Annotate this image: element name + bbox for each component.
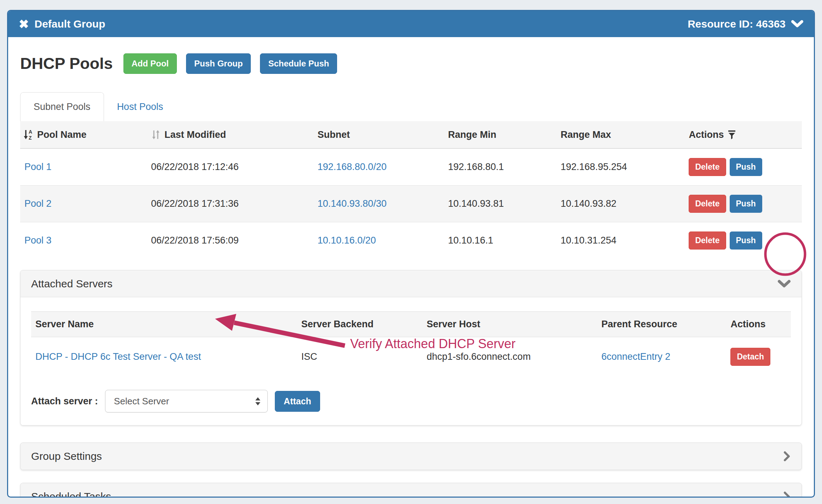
server-table-header-row: Server Name Server Backend Server Host P… xyxy=(31,312,791,337)
group-settings-header[interactable]: Group Settings xyxy=(21,443,801,470)
column-header-range-max: Range Max xyxy=(556,121,684,148)
scheduled-tasks-panel: Scheduled Tasks xyxy=(20,483,802,498)
tab-subnet-pools[interactable]: Subnet Pools xyxy=(20,92,104,121)
pool-modified: 06/22/2018 17:56:09 xyxy=(147,222,313,259)
delete-button[interactable]: Delete xyxy=(689,232,726,250)
close-icon[interactable]: ✖ xyxy=(19,18,29,30)
column-header-server-actions: Actions xyxy=(726,312,791,337)
range-max: 10.10.31.254 xyxy=(556,222,684,259)
attach-server-select[interactable]: Select Server xyxy=(105,390,268,412)
title-row: DHCP Pools Add Pool Push Group Schedule … xyxy=(20,53,802,74)
group-header-bar: ✖ Default Group Resource ID: 46363 xyxy=(8,11,814,37)
column-header-subnet: Subnet xyxy=(313,121,444,148)
page: ✖ Default Group Resource ID: 46363 DHCP … xyxy=(0,0,822,504)
chevron-down-icon[interactable] xyxy=(791,20,803,28)
range-min: 10.140.93.81 xyxy=(444,186,556,222)
pool-name-header-label: Pool Name xyxy=(37,129,87,140)
push-button[interactable]: Push xyxy=(730,158,762,176)
subnet-link[interactable]: 192.168.80.0/20 xyxy=(318,162,387,172)
column-header-server-backend: Server Backend xyxy=(297,312,422,337)
push-button[interactable]: Push xyxy=(730,232,762,250)
tab-host-pools[interactable]: Host Pools xyxy=(104,93,176,121)
pool-name-link[interactable]: Pool 3 xyxy=(24,235,52,246)
card-content: DHCP Pools Add Pool Push Group Schedule … xyxy=(8,37,814,498)
server-table: Server Name Server Backend Server Host P… xyxy=(31,311,791,376)
scheduled-tasks-title: Scheduled Tasks xyxy=(31,491,111,498)
subnet-link[interactable]: 10.140.93.80/30 xyxy=(318,198,387,209)
last-modified-header-label: Last Modified xyxy=(164,129,226,140)
chevron-right-icon[interactable] xyxy=(783,491,791,498)
select-carets-icon xyxy=(255,397,260,405)
parent-resource-link[interactable]: 6connectEntry 2 xyxy=(601,351,670,362)
pool-row: Pool 3 06/22/2018 17:56:09 10.10.16.0/20… xyxy=(20,222,802,259)
pool-modified: 06/22/2018 17:12:46 xyxy=(147,148,313,186)
group-settings-panel: Group Settings xyxy=(20,443,802,470)
column-header-server-host: Server Host xyxy=(422,312,597,337)
scheduled-tasks-header[interactable]: Scheduled Tasks xyxy=(21,483,801,498)
pool-name-link[interactable]: Pool 1 xyxy=(24,162,52,172)
range-max: 192.168.95.254 xyxy=(556,148,684,186)
column-header-last-modified[interactable]: Last Modified xyxy=(147,121,313,148)
collapse-chevron-down-icon[interactable] xyxy=(777,280,791,288)
pool-tabs: Subnet Pools Host Pools xyxy=(20,92,802,121)
attach-server-row: Attach server : Select Server Attach xyxy=(31,390,791,412)
resource-id-label: Resource ID: 46363 xyxy=(688,18,786,30)
server-host: dhcp1-sfo.6connect.com xyxy=(422,337,597,377)
attached-servers-panel: Attached Servers Server Name xyxy=(20,270,802,426)
actions-header-label: Actions xyxy=(689,129,724,140)
column-header-parent-resource: Parent Resource xyxy=(597,312,726,337)
push-button[interactable]: Push xyxy=(730,195,762,213)
column-header-actions: Actions xyxy=(684,121,802,148)
subnet-link[interactable]: 10.10.16.0/20 xyxy=(318,235,376,246)
sort-icon[interactable] xyxy=(151,129,161,140)
svg-text:Z: Z xyxy=(29,135,32,140)
default-group-card: ✖ Default Group Resource ID: 46363 DHCP … xyxy=(7,10,815,498)
attached-servers-body: Server Name Server Backend Server Host P… xyxy=(21,297,801,425)
sort-alpha-asc-icon[interactable]: A Z xyxy=(23,129,34,140)
svg-text:A: A xyxy=(29,129,32,135)
range-min: 192.168.80.1 xyxy=(444,148,556,186)
detach-button[interactable]: Detach xyxy=(730,348,770,366)
server-row: DHCP - DHCP 6c Test Server - QA test ISC… xyxy=(31,337,791,377)
delete-button[interactable]: Delete xyxy=(689,195,726,213)
pool-table: A Z Pool Name xyxy=(20,121,802,259)
filter-icon[interactable] xyxy=(727,130,736,140)
pool-table-header-row: A Z Pool Name xyxy=(20,121,802,148)
pool-name-link[interactable]: Pool 2 xyxy=(24,198,52,209)
attach-button[interactable]: Attach xyxy=(275,391,320,412)
pool-modified: 06/22/2018 17:31:36 xyxy=(147,186,313,222)
group-settings-title: Group Settings xyxy=(31,450,102,462)
delete-button[interactable]: Delete xyxy=(689,158,726,176)
column-header-pool-name[interactable]: A Z Pool Name xyxy=(20,121,147,148)
push-group-button[interactable]: Push Group xyxy=(186,53,251,74)
column-header-range-min: Range Min xyxy=(444,121,556,148)
pool-row: Pool 1 06/22/2018 17:12:46 192.168.80.0/… xyxy=(20,148,802,186)
column-header-server-name: Server Name xyxy=(31,312,297,337)
pool-row: Pool 2 06/22/2018 17:31:36 10.140.93.80/… xyxy=(20,186,802,222)
schedule-push-button[interactable]: Schedule Push xyxy=(260,53,337,74)
server-backend: ISC xyxy=(297,337,422,377)
attach-server-label: Attach server : xyxy=(31,396,98,407)
select-value: Select Server xyxy=(114,396,255,407)
page-title: DHCP Pools xyxy=(20,54,113,73)
group-title: Default Group xyxy=(35,18,105,30)
range-max: 10.140.93.82 xyxy=(556,186,684,222)
attached-servers-header[interactable]: Attached Servers xyxy=(21,270,801,297)
range-min: 10.10.16.1 xyxy=(444,222,556,259)
server-name-link[interactable]: DHCP - DHCP 6c Test Server - QA test xyxy=(35,351,201,362)
add-pool-button[interactable]: Add Pool xyxy=(123,53,177,74)
attached-servers-title: Attached Servers xyxy=(31,278,112,290)
chevron-right-icon[interactable] xyxy=(783,451,791,462)
